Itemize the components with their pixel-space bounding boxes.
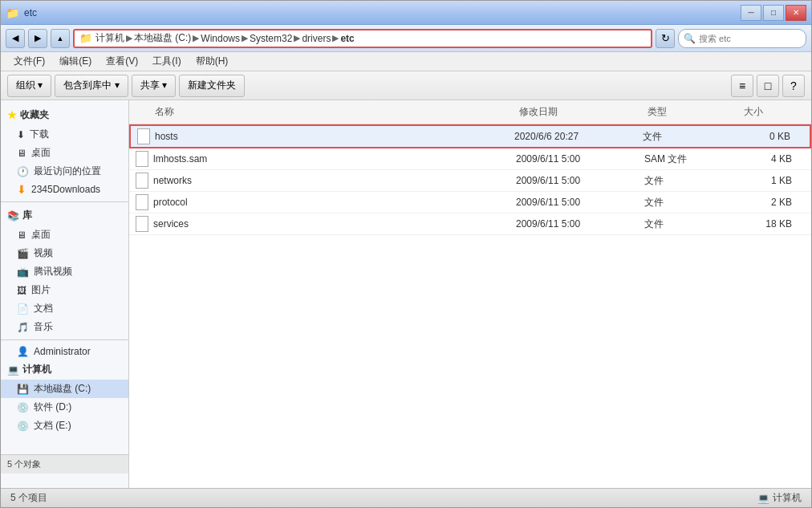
file-modified: 2009/6/11 5:00 (516, 175, 644, 186)
star-icon: ★ (7, 109, 17, 121)
divider-2 (1, 339, 128, 340)
table-row[interactable]: hosts 2020/6/6 20:27 文件 0 KB (129, 124, 811, 148)
file-name-cell: hosts (137, 128, 514, 144)
menu-help[interactable]: 帮助(H) (189, 53, 235, 70)
library-icon: 📚 (7, 210, 19, 221)
sidebar-items: ★ 收藏夹 ⬇ 下载 🖥 桌面 🕐 最近访问的位置 (1, 100, 128, 488)
sidebar-footer-count-label: 5 个对象 (7, 459, 41, 469)
file-name-label: lmhosts.sam (153, 153, 207, 165)
add-to-lib-button[interactable]: 包含到库中 ▾ (55, 75, 128, 97)
computer-icon-status: 💻 (757, 493, 769, 504)
file-size: 4 KB (741, 153, 805, 165)
col-modified[interactable]: 修改日期 (516, 104, 644, 120)
menu-view[interactable]: 查看(V) (99, 53, 144, 70)
menu-edit[interactable]: 编辑(E) (53, 53, 98, 70)
address-breadcrumb: 计算机 ▶ 本地磁盘 (C:) ▶ Windows ▶ System32 ▶ d… (95, 31, 355, 45)
file-size: 2 KB (741, 197, 805, 208)
file-type: 文件 (644, 217, 741, 231)
restore-button[interactable]: □ (763, 5, 784, 21)
window-title: etc (24, 7, 37, 18)
file-modified: 2009/6/11 5:00 (516, 218, 644, 230)
sidebar-item-e[interactable]: 💿 文档 (E:) (1, 417, 128, 435)
file-modified: 2009/6/11 5:00 (516, 153, 644, 165)
close-button[interactable]: ✕ (786, 5, 806, 21)
file-icon (137, 128, 150, 144)
menu-tools[interactable]: 工具(I) (146, 53, 187, 70)
refresh-button[interactable]: ↻ (656, 29, 675, 48)
sidebar-item-desktop[interactable]: 🖥 桌面 (1, 144, 128, 162)
file-modified: 2009/6/11 5:00 (516, 197, 644, 208)
table-row[interactable]: lmhosts.sam 2009/6/11 5:00 SAM 文件 4 KB (129, 148, 811, 170)
disk-d-icon: 💿 (17, 402, 29, 413)
breadcrumb-c[interactable]: 本地磁盘 (C:) (134, 31, 191, 45)
menu-file[interactable]: 文件(F) (7, 53, 51, 70)
view-mode-button[interactable]: □ (757, 75, 779, 97)
new-folder-button[interactable]: 新建文件夹 (179, 75, 245, 97)
sidebar-item-d[interactable]: 💿 软件 (D:) (1, 398, 128, 417)
search-input[interactable] (699, 34, 787, 43)
file-name-cell: protocol (136, 194, 516, 210)
forward-button[interactable]: ▶ (28, 29, 47, 48)
sidebar-item-lib-tencent[interactable]: 📺 腾讯视频 (1, 262, 128, 281)
breadcrumb-windows[interactable]: Windows (201, 33, 240, 44)
up-button[interactable]: ▲ (51, 29, 70, 48)
breadcrumb-drivers[interactable]: drivers (302, 33, 331, 44)
file-type: SAM 文件 (644, 152, 741, 166)
breadcrumb-etc[interactable]: etc (340, 33, 354, 44)
status-location: 计算机 (773, 491, 802, 505)
back-button[interactable]: ◀ (6, 29, 25, 48)
status-right: 💻 计算机 (757, 491, 802, 505)
sidebar-item-lib-picture[interactable]: 🖼 图片 (1, 281, 128, 299)
disk-e-icon: 💿 (17, 421, 29, 432)
minimize-button[interactable]: ─ (741, 5, 761, 21)
title-bar-left: 📁 etc (6, 6, 37, 19)
music-icon: 🎵 (17, 322, 29, 333)
col-size[interactable]: 大小 (741, 104, 805, 120)
file-name-cell: services (136, 216, 516, 232)
sidebar-item-c[interactable]: 💾 本地磁盘 (C:) (1, 380, 128, 398)
file-size: 0 KB (739, 131, 803, 142)
video-icon: 🎬 (17, 248, 29, 259)
sidebar-item-lib-document[interactable]: 📄 文档 (1, 299, 128, 318)
sidebar-item-admin[interactable]: 👤 Administrator (1, 343, 128, 360)
sidebar-item-lib-video[interactable]: 🎬 视频 (1, 244, 128, 262)
help-button[interactable]: ? (782, 75, 805, 97)
table-row[interactable]: services 2009/6/11 5:00 文件 18 KB (129, 213, 811, 235)
search-box[interactable]: 🔍 (678, 29, 806, 48)
sidebar-item-2345[interactable]: ⬇ 2345Downloads (1, 181, 128, 198)
file-name-label: protocol (153, 197, 188, 208)
col-type[interactable]: 类型 (644, 104, 741, 120)
status-bar: 5 个项目 💻 计算机 (1, 488, 811, 507)
breadcrumb-computer[interactable]: 计算机 (95, 31, 124, 45)
toolbar-right: ≡ □ ? (731, 75, 805, 97)
file-type: 文件 (643, 130, 739, 144)
share-button[interactable]: 共享 ▾ (132, 75, 176, 97)
organize-button[interactable]: 组织 ▾ (7, 75, 51, 97)
file-modified: 2020/6/6 20:27 (514, 131, 643, 142)
sidebar-item-recent[interactable]: 🕐 最近访问的位置 (1, 162, 128, 181)
breadcrumb-system32[interactable]: System32 (250, 33, 292, 44)
status-count: 5 个项目 (10, 491, 47, 505)
table-row[interactable]: protocol 2009/6/11 5:00 文件 2 KB (129, 192, 811, 213)
address-box[interactable]: 📁 计算机 ▶ 本地磁盘 (C:) ▶ Windows ▶ System32 ▶… (73, 29, 652, 48)
picture-icon: 🖼 (17, 285, 26, 296)
disk-c-icon: 💾 (17, 384, 29, 395)
file-icon (136, 194, 148, 210)
file-type: 文件 (644, 196, 741, 209)
sidebar-item-lib-music[interactable]: 🎵 音乐 (1, 318, 128, 336)
main-content: ★ 收藏夹 ⬇ 下载 🖥 桌面 🕐 最近访问的位置 (1, 100, 811, 488)
file-name-label: networks (153, 175, 192, 186)
file-icon (136, 151, 148, 167)
table-row[interactable]: networks 2009/6/11 5:00 文件 1 KB (129, 170, 811, 192)
sidebar-footer-count: 5 个对象 (1, 454, 128, 473)
view-toggle-button[interactable]: ≡ (731, 75, 753, 97)
file-type: 文件 (644, 174, 741, 188)
sidebar-item-lib-desktop[interactable]: 🖥 桌面 (1, 226, 128, 244)
sidebar-item-download[interactable]: ⬇ 下载 (1, 125, 128, 144)
recent-icon: 🕐 (17, 166, 29, 177)
explorer-window: 📁 etc ─ □ ✕ ◀ ▶ ▲ 📁 计算机 ▶ 本地磁盘 (C:) ▶ Wi… (0, 0, 812, 508)
col-name[interactable]: 名称 (136, 104, 516, 120)
window-icon: 📁 (6, 6, 19, 19)
file-icon (136, 216, 148, 232)
folder-icon-addr: 📁 (79, 32, 92, 44)
